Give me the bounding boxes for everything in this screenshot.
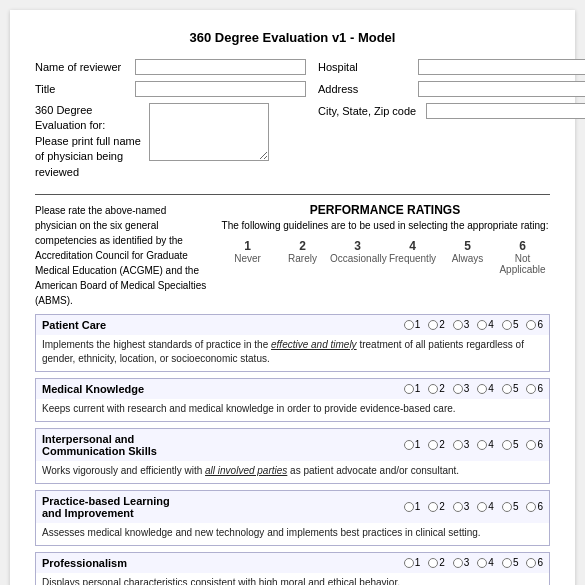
medical-knowledge-radio-5[interactable]: 5 xyxy=(502,383,519,394)
three-sixty-input[interactable] xyxy=(149,103,269,161)
patient-care-radio-5-input[interactable] xyxy=(502,320,512,330)
interpersonal-radio-1-input[interactable] xyxy=(404,440,414,450)
practice-based-radio-4[interactable]: 4 xyxy=(477,501,494,512)
address-input[interactable] xyxy=(418,81,585,97)
title-input[interactable] xyxy=(135,81,306,97)
patient-care-radio-1[interactable]: 1 xyxy=(404,319,421,330)
section-professionalism-title: Professionalism xyxy=(42,557,398,569)
patient-care-radio-4[interactable]: 4 xyxy=(477,319,494,330)
medical-knowledge-radio-1[interactable]: 1 xyxy=(404,383,421,394)
patient-care-radio-2-input[interactable] xyxy=(428,320,438,330)
medical-knowledge-radio-4-input[interactable] xyxy=(477,384,487,394)
section-practice-based: Practice-based Learningand Improvement 1… xyxy=(35,490,550,546)
city-state-zip-input[interactable] xyxy=(426,103,585,119)
rating-1: 1 Never xyxy=(220,239,275,275)
medical-knowledge-radio-5-input[interactable] xyxy=(502,384,512,394)
section-practice-based-radios: 1 2 3 4 5 6 xyxy=(404,501,543,512)
patient-care-radio-6-input[interactable] xyxy=(526,320,536,330)
section-medical-knowledge-radios: 1 2 3 4 5 6 xyxy=(404,383,543,394)
professionalism-radio-3[interactable]: 3 xyxy=(453,557,470,568)
right-form: Hospital Address City, State, Zip code xyxy=(318,59,585,186)
interpersonal-radio-3[interactable]: 3 xyxy=(453,439,470,450)
medical-knowledge-radio-3-input[interactable] xyxy=(453,384,463,394)
professionalism-radio-1[interactable]: 1 xyxy=(404,557,421,568)
left-description: Please rate the above-named physician on… xyxy=(35,203,210,308)
practice-based-radio-5-input[interactable] xyxy=(502,502,512,512)
name-of-reviewer-input[interactable] xyxy=(135,59,306,75)
section-patient-care-radios: 1 2 3 4 5 6 xyxy=(404,319,543,330)
practice-based-radio-4-input[interactable] xyxy=(477,502,487,512)
patient-care-radio-2[interactable]: 2 xyxy=(428,319,445,330)
rating-scale: 1 Never 2 Rarely 3 Occasionally 4 Freque… xyxy=(220,239,550,275)
section-medical-knowledge-title: Medical Knowledge xyxy=(42,383,398,395)
professionalism-radio-2-input[interactable] xyxy=(428,558,438,568)
interpersonal-underline: all involved parties xyxy=(205,465,287,476)
city-state-zip-label: City, State, Zip code xyxy=(318,105,416,117)
rating-5: 5 Always xyxy=(440,239,495,275)
hospital-input[interactable] xyxy=(418,59,585,75)
practice-based-radio-6-input[interactable] xyxy=(526,502,536,512)
interpersonal-radio-4[interactable]: 4 xyxy=(477,439,494,450)
professionalism-radio-3-input[interactable] xyxy=(453,558,463,568)
practice-based-radio-1-input[interactable] xyxy=(404,502,414,512)
name-of-reviewer-row: Name of reviewer xyxy=(35,59,306,75)
patient-care-radio-5[interactable]: 5 xyxy=(502,319,519,330)
divider xyxy=(35,194,550,195)
medical-knowledge-radio-4[interactable]: 4 xyxy=(477,383,494,394)
title-label: Title xyxy=(35,83,125,95)
interpersonal-radio-6[interactable]: 6 xyxy=(526,439,543,450)
medical-knowledge-radio-3[interactable]: 3 xyxy=(453,383,470,394)
practice-based-radio-6[interactable]: 6 xyxy=(526,501,543,512)
professionalism-radio-5-input[interactable] xyxy=(502,558,512,568)
practice-based-radio-3-input[interactable] xyxy=(453,502,463,512)
rating-6-number: 6 xyxy=(495,239,550,253)
patient-care-radio-3-input[interactable] xyxy=(453,320,463,330)
professionalism-radio-6-input[interactable] xyxy=(526,558,536,568)
interpersonal-radio-5[interactable]: 5 xyxy=(502,439,519,450)
section-interpersonal: Interpersonal andCommunication Skills 1 … xyxy=(35,428,550,484)
practice-based-radio-5[interactable]: 5 xyxy=(502,501,519,512)
section-patient-care-header: Patient Care 1 2 3 4 5 6 xyxy=(36,315,549,335)
medical-knowledge-radio-2[interactable]: 2 xyxy=(428,383,445,394)
performance-ratings-title: PERFORMANCE RATINGS xyxy=(220,203,550,217)
page: 360 Degree Evaluation v1 - Model Name of… xyxy=(10,10,575,585)
section-medical-knowledge-desc: Keeps current with research and medical … xyxy=(36,399,549,421)
patient-care-radio-6[interactable]: 6 xyxy=(526,319,543,330)
rating-3-number: 3 xyxy=(330,239,385,253)
interpersonal-radio-5-input[interactable] xyxy=(502,440,512,450)
professionalism-radio-1-input[interactable] xyxy=(404,558,414,568)
practice-based-radio-2[interactable]: 2 xyxy=(428,501,445,512)
interpersonal-radio-3-input[interactable] xyxy=(453,440,463,450)
rating-2-number: 2 xyxy=(275,239,330,253)
page-title: 360 Degree Evaluation v1 - Model xyxy=(35,30,550,45)
section-interpersonal-header: Interpersonal andCommunication Skills 1 … xyxy=(36,429,549,461)
rating-1-number: 1 xyxy=(220,239,275,253)
section-interpersonal-title: Interpersonal andCommunication Skills xyxy=(42,433,398,457)
section-practice-based-desc: Assesses medical knowledge and new techn… xyxy=(36,523,549,545)
professionalism-radio-2[interactable]: 2 xyxy=(428,557,445,568)
medical-knowledge-radio-1-input[interactable] xyxy=(404,384,414,394)
medical-knowledge-radio-6-input[interactable] xyxy=(526,384,536,394)
interpersonal-radio-2-input[interactable] xyxy=(428,440,438,450)
interpersonal-radio-2[interactable]: 2 xyxy=(428,439,445,450)
interpersonal-radio-1[interactable]: 1 xyxy=(404,439,421,450)
patient-care-radio-1-input[interactable] xyxy=(404,320,414,330)
rating-2: 2 Rarely xyxy=(275,239,330,275)
practice-based-radio-1[interactable]: 1 xyxy=(404,501,421,512)
patient-care-radio-4-input[interactable] xyxy=(477,320,487,330)
practice-based-radio-2-input[interactable] xyxy=(428,502,438,512)
interpersonal-radio-6-input[interactable] xyxy=(526,440,536,450)
interpersonal-radio-4-input[interactable] xyxy=(477,440,487,450)
medical-knowledge-radio-2-input[interactable] xyxy=(428,384,438,394)
performance-ratings-subtitle: The following guidelines are to be used … xyxy=(220,220,550,231)
professionalism-radio-4[interactable]: 4 xyxy=(477,557,494,568)
professionalism-radio-6[interactable]: 6 xyxy=(526,557,543,568)
patient-care-radio-3[interactable]: 3 xyxy=(453,319,470,330)
professionalism-radio-5[interactable]: 5 xyxy=(502,557,519,568)
section-medical-knowledge: Medical Knowledge 1 2 3 4 5 6 Keeps curr… xyxy=(35,378,550,422)
practice-based-radio-3[interactable]: 3 xyxy=(453,501,470,512)
medical-knowledge-radio-6[interactable]: 6 xyxy=(526,383,543,394)
name-of-reviewer-label: Name of reviewer xyxy=(35,61,125,73)
section-patient-care-desc: Implements the highest standards of prac… xyxy=(36,335,549,371)
professionalism-radio-4-input[interactable] xyxy=(477,558,487,568)
